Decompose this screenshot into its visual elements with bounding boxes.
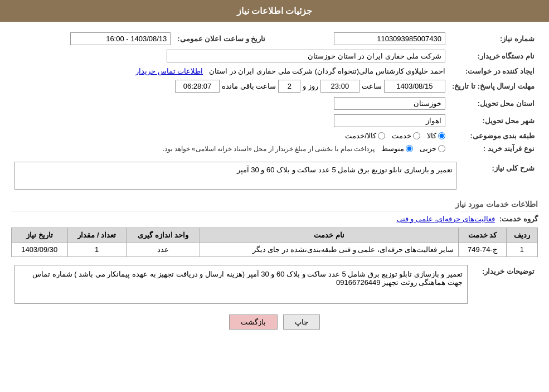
process-jozi-option[interactable]: جزیی xyxy=(420,144,445,153)
group-service-value[interactable]: فعالیت‌های حرفه‌ای، علمی و فنی xyxy=(397,215,495,223)
city-value: اهواز xyxy=(11,112,449,129)
province-field: خوزستان xyxy=(334,97,445,110)
cell-unit: عدد xyxy=(126,243,200,257)
col-qty: تعداد / مقدار xyxy=(67,228,126,243)
process-mottavasset-option[interactable]: متوسط xyxy=(381,144,413,153)
category-kala-khedmat-radio[interactable] xyxy=(378,132,385,139)
creator-contact-link[interactable]: اطلاعات تماس خریدار xyxy=(135,67,203,75)
deadline-label: مهلت ارسال پاسخ: تا تاریخ: xyxy=(449,78,538,95)
need-desc-table: شرح کلی نیاز: تعمیر و بازسازی تابلو توزی… xyxy=(11,159,538,192)
category-kala-khedmat-option[interactable]: کالا/خدمت xyxy=(345,132,385,140)
need-desc-value: تعمیر و بازسازی تابلو توزیع برق شامل 5 ع… xyxy=(11,159,460,192)
col-unit: واحد اندازه گیری xyxy=(126,228,200,243)
col-name: نام خدمت xyxy=(200,228,459,243)
deadline-days-field: 2 xyxy=(278,80,300,93)
category-khedmat-label: خدمت xyxy=(392,132,411,140)
cell-rownum: 1 xyxy=(506,243,537,257)
buyer-name-value: شرکت ملی حفاری ایران در استان خوزستان xyxy=(11,47,449,65)
print-button[interactable]: چاپ xyxy=(283,314,320,330)
process-row: جزیی متوسط پرداخت تمام یا بخشی از مبلغ خ… xyxy=(11,142,449,155)
city-field: اهواز xyxy=(334,114,445,127)
city-label: شهر محل تحویل: xyxy=(449,112,538,129)
buyer-notes-label: توضیحات خریدار: xyxy=(471,263,538,306)
cell-date: 1403/09/30 xyxy=(12,243,68,257)
process-mottavasset-label: متوسط xyxy=(381,144,404,153)
category-kala-khedmat-label: کالا/خدمت xyxy=(345,132,376,140)
buyer-name-label: نام دستگاه خریدار: xyxy=(449,47,538,65)
creator-value: احمد خلیلاوی کارشناس مالی(تنخواه گردان) … xyxy=(11,65,449,78)
province-value: خوزستان xyxy=(11,95,449,112)
col-rownum: ردیف xyxy=(506,228,537,243)
deadline-remaining-field: 06:28:07 xyxy=(175,80,220,93)
process-label: نوع فرآیند خرید : xyxy=(449,142,538,155)
deadline-time-label: ساعت xyxy=(362,82,382,90)
col-date: تاریخ نیاز xyxy=(12,228,68,243)
deadline-row: 1403/08/15 ساعت 23:00 روز و 2 ساعت باقی … xyxy=(11,78,449,95)
need-number-field: 1103093985007430 xyxy=(334,32,445,45)
back-button[interactable]: بازگشت xyxy=(229,314,278,330)
process-mottavasset-radio[interactable] xyxy=(406,145,413,152)
announce-datetime-value: 1403/08/13 - 16:00 xyxy=(11,30,174,47)
cell-code: ج-74-749 xyxy=(459,243,507,257)
category-kala-option[interactable]: کالا xyxy=(427,132,445,140)
category-radio-group: کالا خدمت کالا/خدمت xyxy=(11,129,449,142)
announce-datetime-field: 1403/08/13 - 16:00 xyxy=(70,32,171,45)
need-desc-label: شرح کلی نیاز: xyxy=(460,159,538,192)
service-section-title: اطلاعات خدمات مورد نیاز xyxy=(11,200,538,211)
buyer-notes-table: توضیحات خریدار: تعمیر و بازسازی تابلو تو… xyxy=(11,263,538,306)
cell-name: سایر فعالیت‌های حرفه‌ای، علمی و فنی طبقه… xyxy=(200,243,459,257)
deadline-time-field: 23:00 xyxy=(320,80,359,93)
table-row: 1 ج-74-749 سایر فعالیت‌های حرفه‌ای، علمی… xyxy=(12,243,538,257)
info-table: شماره نیاز: 1103093985007430 تاریخ و ساع… xyxy=(11,30,538,155)
cell-qty: 1 xyxy=(67,243,126,257)
need-number-label: شماره نیاز: xyxy=(449,30,538,47)
creator-text: احمد خلیلاوی کارشناس مالی(تنخواه گردان) … xyxy=(209,67,445,75)
need-number-value: 1103093985007430 xyxy=(269,30,449,47)
group-service-row: گروه خدمت: فعالیت‌های حرفه‌ای، علمی و فن… xyxy=(11,215,538,223)
deadline-remaining-label: ساعت باقی مانده xyxy=(222,82,276,90)
deadline-day-label: روز و xyxy=(303,82,318,90)
process-note: پرداخت تمام یا بخشی از مبلغ خریدار از مح… xyxy=(163,145,375,153)
buyer-notes-value: تعمیر و بازسازی تابلو توزیع برق شامل 5 ع… xyxy=(11,263,471,306)
col-code: کد خدمت xyxy=(459,228,507,243)
announce-datetime-label: تاریخ و ساعت اعلان عمومی: xyxy=(174,30,269,47)
category-kala-label: کالا xyxy=(427,132,436,140)
process-jozi-radio[interactable] xyxy=(438,145,445,152)
category-kala-radio[interactable] xyxy=(438,132,445,139)
page-title: جزئیات اطلاعات نیاز xyxy=(0,0,549,22)
category-label: طبقه بندی موضوعی: xyxy=(449,129,538,142)
deadline-date-field: 1403/08/15 xyxy=(384,80,445,93)
service-table: ردیف کد خدمت نام خدمت واحد اندازه گیری ت… xyxy=(11,228,538,257)
creator-label: ایجاد کننده در خواست: xyxy=(449,65,538,78)
process-jozi-label: جزیی xyxy=(420,144,436,153)
group-service-label: گروه خدمت: xyxy=(499,215,538,223)
category-khedmat-radio[interactable] xyxy=(413,132,420,139)
province-label: استان محل تحویل: xyxy=(449,95,538,112)
buyer-notes-field: تعمیر و بازسازی تابلو توزیع برق شامل 5 ع… xyxy=(14,265,468,304)
button-row: چاپ بازگشت xyxy=(11,314,538,330)
need-desc-field: تعمیر و بازسازی تابلو توزیع برق شامل 5 ع… xyxy=(14,162,456,190)
buyer-name-field: شرکت ملی حفاری ایران در استان خوزستان xyxy=(167,50,445,62)
category-khedmat-option[interactable]: خدمت xyxy=(392,132,420,140)
